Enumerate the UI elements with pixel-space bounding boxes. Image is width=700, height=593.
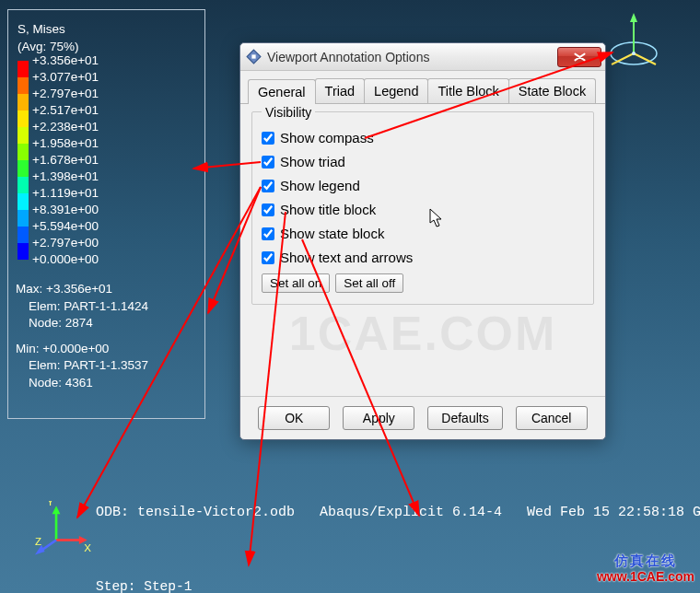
check-show-title-block-row[interactable]: Show title block <box>262 202 584 217</box>
check-show-text-arrows-row[interactable]: Show text and arrows <box>262 250 584 265</box>
set-all-on-button[interactable]: Set all on <box>262 273 330 293</box>
svg-marker-7 <box>52 506 61 514</box>
legend-color-cell <box>18 61 29 77</box>
legend-color-cell <box>18 160 29 177</box>
tab-state-block[interactable]: State Block <box>508 78 596 103</box>
legend-tick: +2.797e+01 <box>32 86 99 102</box>
check-show-legend-row[interactable]: Show legend <box>262 178 584 193</box>
legend-tick: +1.958e+01 <box>32 135 99 152</box>
watermark-url: www.1CAE.com <box>597 569 694 585</box>
check-show-title-block[interactable] <box>262 203 274 216</box>
close-button[interactable] <box>557 47 601 67</box>
svg-point-0 <box>611 42 657 64</box>
legend-color-cell <box>18 177 29 193</box>
legend-max-elem: Elem: PART-1-1.1424 <box>29 298 197 315</box>
legend-panel: S, Mises (Avg: 75%) +3.356e+01+3.077e+01… <box>7 9 205 419</box>
ok-button[interactable]: OK <box>258 406 330 430</box>
viewport-annotation-dialog: Viewport Annotation Options General Tria… <box>239 42 606 440</box>
check-show-text-arrows[interactable] <box>262 251 274 264</box>
check-show-legend[interactable] <box>262 180 274 192</box>
legend-color-cell <box>18 227 29 243</box>
dialog-button-row: OK Apply Defaults Cancel <box>240 396 605 439</box>
legend-extrema: Max: +3.356e+01 Elem: PART-1-1.1424 Node… <box>16 281 197 390</box>
legend-tick: +0.000e+00 <box>32 251 99 268</box>
check-show-compass[interactable] <box>262 132 274 145</box>
legend-min: Min: +0.000e+00 <box>16 341 197 357</box>
legend-bar: +3.356e+01+3.077e+01+2.797e+01+2.517e+01… <box>18 61 197 268</box>
check-show-state-block-label: Show state block <box>280 226 384 241</box>
defaults-button[interactable]: Defaults <box>427 406 502 430</box>
legend-tick: +2.517e+01 <box>32 102 99 119</box>
legend-tick: +1.398e+01 <box>32 169 99 185</box>
legend-color-column <box>18 61 29 260</box>
tab-body-general: Visibility Show compass Show triad Show … <box>240 104 605 312</box>
svg-marker-9 <box>79 536 88 544</box>
cancel-button[interactable]: Cancel <box>516 406 588 430</box>
svg-point-5 <box>632 52 636 55</box>
page-watermark: 仿真在线 www.1CAE.com <box>597 553 694 585</box>
legend-tick: +2.797e+00 <box>32 235 99 251</box>
set-all-off-button[interactable]: Set all off <box>335 273 403 293</box>
legend-color-cell <box>18 127 29 144</box>
svg-line-4 <box>634 53 656 64</box>
tab-triad[interactable]: Triad <box>315 78 366 103</box>
check-show-state-block[interactable] <box>262 227 274 240</box>
legend-color-cell <box>18 110 29 127</box>
check-show-title-block-label: Show title block <box>280 202 376 217</box>
legend-tick: +5.594e+00 <box>32 218 99 235</box>
check-show-compass-label: Show compass <box>280 130 374 145</box>
dialog-title: Viewport Annotation Options <box>267 50 557 64</box>
legend-color-cell <box>18 94 29 110</box>
legend-tick: +8.391e+00 <box>32 202 99 218</box>
svg-rect-13 <box>251 54 255 58</box>
legend-color-cell <box>18 144 29 160</box>
compass-icon <box>604 11 663 70</box>
triad-icon: Y X Z <box>35 501 92 558</box>
legend-tick: +2.238e+01 <box>32 119 99 135</box>
legend-tick: +3.077e+01 <box>32 69 99 86</box>
check-show-compass-row[interactable]: Show compass <box>262 130 584 145</box>
svg-marker-2 <box>630 13 637 22</box>
check-show-triad-row[interactable]: Show triad <box>262 154 584 169</box>
dialog-titlebar[interactable]: Viewport Annotation Options <box>240 43 605 71</box>
axis-x-label: X <box>84 542 91 553</box>
legend-tick: +1.119e+01 <box>32 185 99 202</box>
check-show-triad[interactable] <box>262 156 274 169</box>
legend-color-cell <box>18 193 29 210</box>
dialog-watermark: 1CAE.COM <box>289 306 556 361</box>
state-block: Step: Step-1 Increment 150189: Step Time… <box>96 543 416 593</box>
legend-tick: +3.356e+01 <box>32 52 99 69</box>
legend-min-elem: Elem: PART-1-1.3537 <box>29 357 197 374</box>
check-show-legend-label: Show legend <box>280 178 360 193</box>
visibility-group-label: Visibility <box>262 105 315 120</box>
axis-z-label: Z <box>35 536 41 547</box>
check-show-text-arrows-label: Show text and arrows <box>280 250 413 265</box>
watermark-cn: 仿真在线 <box>597 553 694 569</box>
tab-legend[interactable]: Legend <box>364 78 428 103</box>
app-icon <box>246 49 262 64</box>
legend-max-node: Node: 2874 <box>29 315 197 331</box>
apply-button[interactable]: Apply <box>343 406 414 430</box>
legend-tick: +1.678e+01 <box>32 152 99 169</box>
legend-max: Max: +3.356e+01 <box>16 281 197 297</box>
axis-y-label: Y <box>47 501 54 507</box>
legend-min-node: Node: 4361 <box>29 375 197 391</box>
svg-line-3 <box>612 53 634 64</box>
legend-color-cell <box>18 77 29 94</box>
tab-general[interactable]: General <box>248 79 316 104</box>
visibility-group: Visibility Show compass Show triad Show … <box>251 111 594 305</box>
legend-variable: S, Mises <box>18 21 197 38</box>
check-show-triad-label: Show triad <box>280 154 345 169</box>
close-icon <box>572 52 588 63</box>
state-step: Step: Step-1 <box>96 578 416 593</box>
legend-ticks-column: +3.356e+01+3.077e+01+2.797e+01+2.517e+01… <box>32 52 99 268</box>
check-show-state-block-row[interactable]: Show state block <box>262 226 584 241</box>
svg-line-10 <box>40 541 56 552</box>
svg-marker-11 <box>35 545 45 555</box>
legend-color-cell <box>18 243 29 260</box>
title-block: ODB: tensile-Victor2.odb Abaqus/Explicit… <box>96 505 700 520</box>
dialog-tabstrip: General Triad Legend Title Block State B… <box>240 71 605 104</box>
tab-title-block[interactable]: Title Block <box>427 78 508 103</box>
legend-color-cell <box>18 210 29 227</box>
